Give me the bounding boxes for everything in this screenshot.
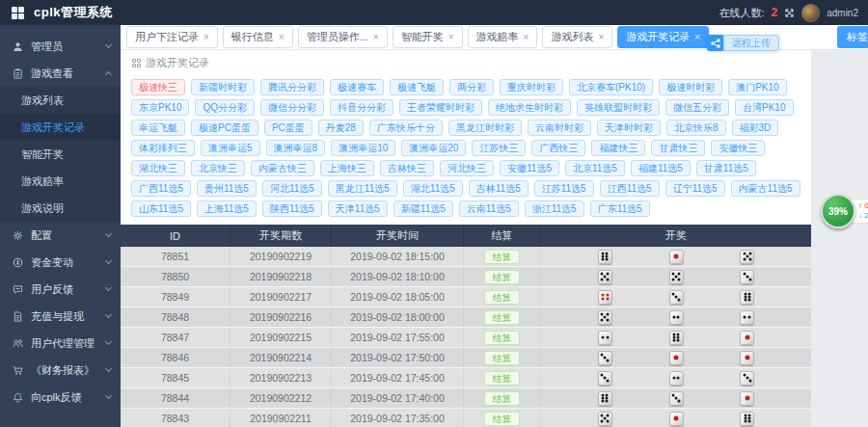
category-button[interactable]: 台湾PK10 [735,99,793,116]
category-button[interactable]: 新疆11选5 [393,200,453,217]
tab-smart-draw[interactable]: 智能开奖× [393,26,463,48]
tab-close-icon[interactable]: × [598,33,604,42]
sidebar-item-reports[interactable]: 《财务报表》 [0,357,121,384]
category-button[interactable]: 极速飞艇 [390,79,444,95]
category-button[interactable]: 北京赛车(PK10) [569,79,653,95]
category-button[interactable]: 内蒙古快三 [251,160,314,176]
category-button[interactable]: 黑龙江11选5 [328,180,397,197]
username-label[interactable]: admin2 [827,8,858,18]
sidebar-item-smart-draw[interactable]: 智能开奖 [0,141,121,168]
category-button[interactable]: 极速赛车 [330,79,384,95]
category-button[interactable]: 澳洲幸运8 [266,140,326,156]
sidebar-item-game-records[interactable]: 游戏开奖记录 [0,114,121,141]
category-button[interactable]: 丹麦28 [318,120,364,136]
category-button[interactable]: 王者荣耀时时彩 [399,99,482,116]
category-button[interactable]: 浙江11选5 [525,200,584,217]
category-button[interactable]: 吉林快三 [380,160,434,176]
category-button[interactable]: 广东11选5 [590,200,650,217]
settle-button[interactable]: 结算 [484,412,520,426]
category-button[interactable]: 英雄联盟时时彩 [577,99,660,116]
sidebar-item-game-desc[interactable]: 游戏说明 [0,195,121,222]
category-button[interactable]: 内蒙古11选5 [731,180,800,197]
tag-options-button[interactable]: 标签 [837,26,868,48]
category-button[interactable]: 福彩3D [732,120,779,136]
category-button[interactable]: 河北快三 [440,160,494,176]
category-button[interactable]: 幸运飞艇 [131,120,185,136]
category-button[interactable]: 极速时时彩 [659,79,722,95]
category-button[interactable]: 微信五分彩 [665,99,729,116]
settle-button[interactable]: 结算 [484,270,520,284]
category-button[interactable]: 江苏11选5 [534,180,594,197]
category-button[interactable]: QQ分分彩 [195,99,255,116]
category-button[interactable]: 上海11选5 [197,200,257,217]
category-button[interactable]: 甘肃11选5 [696,160,756,176]
category-button[interactable]: 广西11选5 [131,180,191,197]
category-button[interactable]: 北京快乐8 [666,120,726,136]
category-button[interactable]: 绝地求生时时彩 [488,99,571,116]
category-button[interactable]: 北京11选5 [565,160,625,176]
category-button[interactable]: 澳门PK10 [728,79,786,95]
category-button[interactable]: 安徽11选5 [500,160,559,176]
category-button[interactable]: 吉林11选5 [469,180,529,197]
sidebar-item-admin[interactable]: 管理员 [0,33,121,60]
settle-button[interactable]: 结算 [484,351,520,365]
category-button[interactable]: 云南时时彩 [528,120,591,136]
sidebar-item-game-view[interactable]: 游戏查看 [0,60,121,87]
category-button[interactable]: 甘肃快三 [651,140,705,156]
category-button[interactable]: 山东11选5 [131,200,191,217]
tab-close-icon[interactable]: × [373,33,379,42]
fullscreen-icon[interactable] [784,8,795,18]
sidebar-item-recharge[interactable]: 充值与提现 [0,303,121,330]
tab-game-list[interactable]: 游戏列表× [542,26,612,48]
category-button[interactable]: 福建11选5 [631,160,691,176]
settle-button[interactable]: 结算 [484,371,520,386]
category-button[interactable]: 江苏快三 [472,140,526,156]
category-button[interactable]: 微信分分彩 [260,99,324,116]
category-button[interactable]: 两分彩 [449,79,494,95]
category-button[interactable]: 辽宁11选5 [665,180,725,197]
tab-close-icon[interactable]: × [524,33,529,42]
category-button[interactable]: 黑龙江时时彩 [448,120,522,136]
category-button[interactable]: 极速快三 [131,79,185,95]
category-button[interactable]: 上海快三 [320,160,374,176]
category-button[interactable]: 湖北11选5 [403,180,463,197]
sidebar-item-game-odds[interactable]: 游戏赔率 [0,168,121,195]
category-button[interactable]: 重庆时时彩 [500,79,563,95]
category-button[interactable]: 安徽快三 [711,140,765,156]
category-button[interactable]: 腾讯分分彩 [260,79,324,95]
category-button[interactable]: 极速PC蛋蛋 [191,120,258,136]
settle-button[interactable]: 结算 [484,331,520,345]
settle-button[interactable]: 结算 [484,391,520,406]
category-button[interactable]: 抖音分分彩 [330,99,393,116]
category-button[interactable]: 陕西11选5 [262,200,322,217]
category-button[interactable]: 体彩排列三 [131,140,195,156]
settle-button[interactable]: 结算 [484,290,520,305]
category-button[interactable]: 北京快三 [191,160,245,176]
sidebar-item-agents[interactable]: 用户代理管理 [0,330,121,357]
category-button[interactable]: 贵州11选5 [197,180,257,197]
sidebar-item-feedback[interactable]: 用户反馈 [0,276,121,303]
settle-button[interactable]: 结算 [484,310,520,325]
category-button[interactable]: 澳洲幸运20 [401,140,466,156]
user-avatar[interactable] [801,4,820,22]
performance-gauge-widget[interactable]: 39% ↑ 0.3 ↓ 2.8 [821,194,868,228]
category-button[interactable]: 东京PK10 [131,99,189,116]
tab-bank-info[interactable]: 银行信息× [223,26,293,48]
category-button[interactable]: 福建快三 [591,140,645,156]
sidebar-item-funds[interactable]: 资金变动 [0,249,121,276]
tab-close-icon[interactable]: × [448,33,454,42]
category-button[interactable]: 云南11选5 [459,200,519,217]
tab-game-records[interactable]: 游戏开奖记录× [617,26,709,48]
settle-button[interactable]: 结算 [484,250,520,264]
category-button[interactable]: 天津时时彩 [597,120,661,136]
sidebar-item-cplk-feedback[interactable]: 向cplk反馈 [0,384,121,411]
tab-admin-ops[interactable]: 管理员操作...× [298,26,388,48]
tab-close-icon[interactable]: × [694,33,700,42]
category-button[interactable]: 广西快三 [531,140,585,156]
category-button[interactable]: 河北11选5 [262,180,322,197]
tab-close-icon[interactable]: × [203,33,209,42]
category-button[interactable]: 江西11选5 [600,180,660,197]
category-button[interactable]: 广东快乐十分 [369,120,443,136]
remote-upload-button[interactable]: 远程上传 [707,35,779,51]
sidebar-item-config[interactable]: 配置 [0,222,121,249]
